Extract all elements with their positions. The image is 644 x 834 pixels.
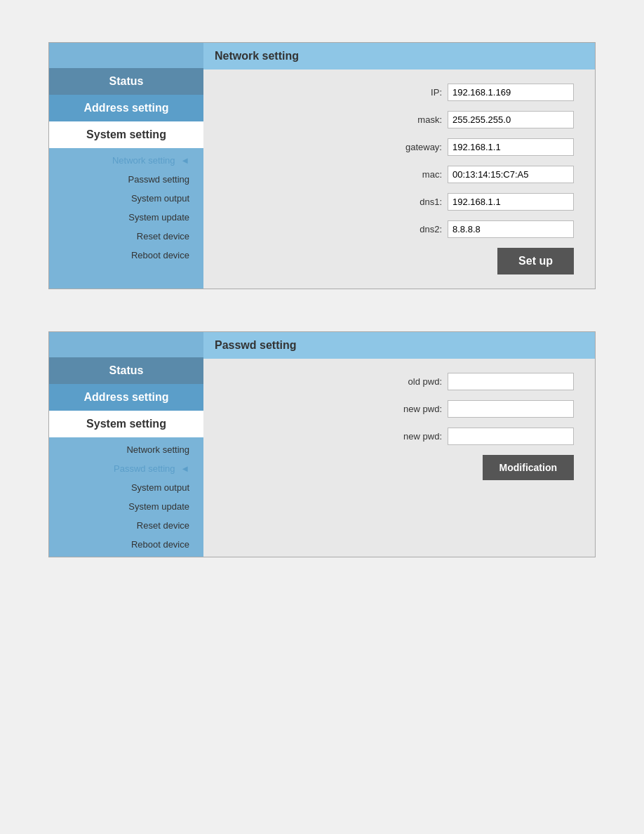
sidebar-subitem-network[interactable]: Network setting ◄ xyxy=(49,151,203,170)
mac-row: mac: xyxy=(224,166,574,183)
dns1-label: dns1: xyxy=(393,197,442,207)
panel1-header: Network setting xyxy=(203,43,595,70)
panel2: Status Address setting System setting Ne… xyxy=(48,331,596,557)
sidebar-spacer2 xyxy=(49,332,203,357)
sidebar-item-status[interactable]: Status xyxy=(49,68,203,95)
panel1-wrapper: Status Address setting System setting Ne… xyxy=(48,42,596,289)
panel2-wrapper: Status Address setting System setting Ne… xyxy=(48,331,596,557)
modification-button[interactable]: Modification xyxy=(483,455,574,480)
dns2-row: dns2: xyxy=(224,220,574,238)
panel1-sidebar: Status Address setting System setting Ne… xyxy=(49,43,203,289)
dns1-input[interactable] xyxy=(448,193,574,211)
gateway-input[interactable] xyxy=(448,138,574,156)
sidebar-item-address[interactable]: Address setting xyxy=(49,95,203,121)
new-pwd-input[interactable] xyxy=(448,400,574,418)
sidebar-subitem-sysupdate[interactable]: System update xyxy=(49,208,203,227)
panel2-sidebar-subitem-passwd[interactable]: Passwd setting ◄ xyxy=(49,459,203,478)
panel2-sidebar-subitem-reboot[interactable]: Reboot device xyxy=(49,535,203,554)
mac-input[interactable] xyxy=(448,166,574,183)
new-pwd2-input[interactable] xyxy=(448,428,574,445)
panel2-sidebar-submenu: Network setting Passwd setting ◄ System … xyxy=(49,437,203,557)
sidebar-subitem-reboot[interactable]: Reboot device xyxy=(49,246,203,265)
arrow-icon2: ◄ xyxy=(180,463,189,474)
panel2-body: old pwd: new pwd: new pwd: Modification xyxy=(203,359,595,557)
mask-label: mask: xyxy=(393,114,442,125)
sidebar-spacer xyxy=(49,43,203,68)
dns1-row: dns1: xyxy=(224,193,574,211)
old-pwd-row: old pwd: xyxy=(224,373,574,390)
panel2-sidebar-item-status[interactable]: Status xyxy=(49,357,203,384)
gateway-label: gateway: xyxy=(393,142,442,152)
panel1: Status Address setting System setting Ne… xyxy=(48,42,596,289)
panel1-body: IP: mask: gateway: mac: dns1: xyxy=(203,70,595,289)
gateway-row: gateway: xyxy=(224,138,574,156)
panel2-sidebar-item-system[interactable]: System setting xyxy=(49,411,203,437)
sidebar-subitem-sysoutput[interactable]: System output xyxy=(49,189,203,208)
new-pwd-row: new pwd: xyxy=(224,400,574,418)
panel2-main: Passwd setting old pwd: new pwd: new pwd… xyxy=(203,332,595,557)
sidebar-subitem-reset[interactable]: Reset device xyxy=(49,227,203,246)
dns2-input[interactable] xyxy=(448,220,574,238)
panel2-sidebar-subitem-sysoutput[interactable]: System output xyxy=(49,478,203,497)
new-pwd2-row: new pwd: xyxy=(224,428,574,445)
panel2-sidebar-subitem-network[interactable]: Network setting xyxy=(49,440,203,459)
ip-label: IP: xyxy=(393,87,442,98)
mask-row: mask: xyxy=(224,111,574,128)
mac-label: mac: xyxy=(393,169,442,180)
panel2-sidebar-subitem-sysupdate[interactable]: System update xyxy=(49,497,203,516)
mask-input[interactable] xyxy=(448,111,574,128)
panel2-header: Passwd setting xyxy=(203,332,595,359)
ip-input[interactable] xyxy=(448,84,574,101)
old-pwd-input[interactable] xyxy=(448,373,574,390)
sidebar-submenu: Network setting ◄ Passwd setting System … xyxy=(49,148,203,267)
ip-row: IP: xyxy=(224,84,574,101)
dns2-label: dns2: xyxy=(393,224,442,234)
panel2-sidebar-subitem-reset[interactable]: Reset device xyxy=(49,516,203,535)
panel1-main: Network setting IP: mask: gateway: mac: xyxy=(203,43,595,289)
panel2-sidebar: Status Address setting System setting Ne… xyxy=(49,332,203,557)
panel2-sidebar-item-address[interactable]: Address setting xyxy=(49,384,203,411)
sidebar-item-system[interactable]: System setting xyxy=(49,121,203,148)
old-pwd-label: old pwd: xyxy=(393,376,442,387)
setup-button[interactable]: Set up xyxy=(497,248,574,274)
arrow-icon: ◄ xyxy=(180,155,189,166)
new-pwd-label: new pwd: xyxy=(393,404,442,414)
new-pwd2-label: new pwd: xyxy=(393,431,442,442)
sidebar-subitem-passwd[interactable]: Passwd setting xyxy=(49,170,203,189)
